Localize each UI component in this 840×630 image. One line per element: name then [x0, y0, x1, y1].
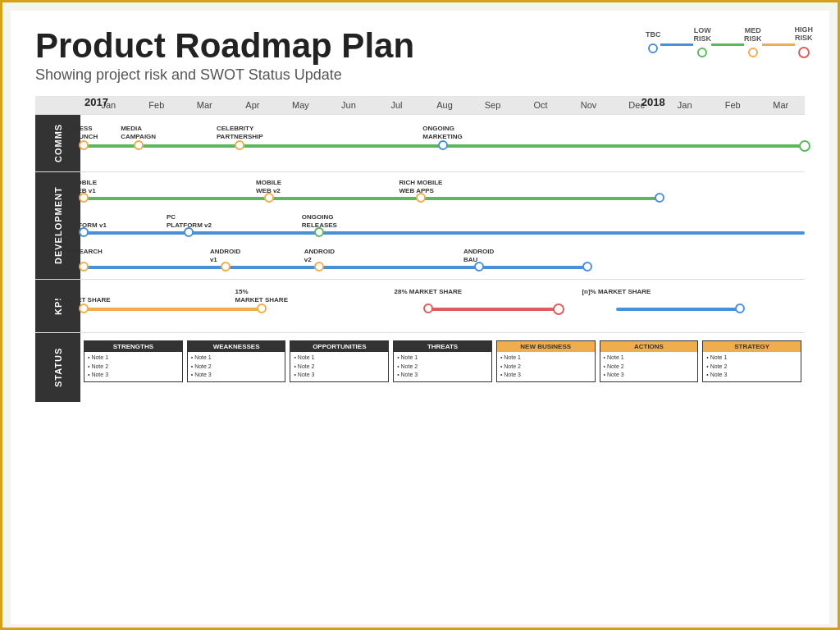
kpi-dot-1 [79, 304, 89, 313]
comms-content: PRESSLAUNCH MEDIACAMPAIGN CELEBRITYPARTN… [80, 115, 805, 171]
month-cell-6: Jul [372, 100, 421, 110]
development-content: MOBILEWEB v1 MOBILEWEB v2 RICH MOBILEWEB… [80, 172, 805, 279]
comms-label: COMMS [35, 115, 80, 171]
legend-highrisk-dot [798, 47, 810, 58]
swot-body-4: Note 1Note 2Note 3 [497, 352, 595, 381]
swot-header-4: NEW BUSINESS [497, 341, 595, 352]
swot-note: Note 1 [397, 354, 488, 363]
dev-label-2c: ONGOINGRELEASES [302, 213, 337, 229]
swot-note: Note 2 [604, 363, 695, 372]
sections-wrapper: COMMS PRESSLAUNCH MEDIACAMPAIGN CELEBRIT… [35, 114, 805, 402]
swot-note: Note 2 [294, 363, 385, 372]
dev-bar-1 [80, 197, 660, 200]
swot-body-0: Note 1Note 2Note 3 [84, 352, 182, 381]
dev-label-2b: PCPLATFORM v2 [167, 213, 212, 229]
swot-note: Note 1 [604, 354, 695, 363]
swot-header-2: OPPORTUNITIES [290, 341, 388, 352]
legend-line-1 [660, 43, 693, 46]
swot-note: Note 1 [294, 354, 385, 363]
legend: TBC LOWRISK MEDRISK HIGHRISK [646, 25, 813, 58]
status-section: STATUS STRENGTHSNote 1Note 2Note 3WEAKNE… [35, 332, 805, 402]
swot-note: Note 1 [88, 354, 179, 363]
swot-grid: STRENGTHSNote 1Note 2Note 3WEAKNESSESNot… [84, 337, 801, 386]
dev-label-1a: MOBILEWEB v1 [71, 179, 97, 194]
swot-note: Note 3 [191, 371, 282, 380]
swot-note: Note 2 [88, 363, 179, 372]
month-cell-13: Feb [709, 100, 757, 110]
swot-note: Note 3 [500, 371, 591, 380]
dev-label-3a: RESEARCH [66, 248, 103, 256]
swot-note: Note 3 [604, 371, 695, 380]
swot-note: Note 1 [706, 354, 797, 363]
legend-highrisk-label: HIGHRISK [795, 25, 814, 42]
swot-note: Note 2 [191, 363, 282, 372]
comms-dot-end [799, 140, 810, 152]
legend-lowrisk-dot [697, 48, 707, 57]
comms-dot-1 [79, 140, 89, 150]
month-cell-2: Mar [180, 100, 229, 110]
swot-note: Note 1 [500, 354, 591, 363]
month-cell-4: May [276, 100, 325, 110]
swot-card-5: ACTIONSNote 1Note 2Note 3 [600, 340, 699, 382]
development-section: DEVELOPMENT MOBILEWEB v1 MOBILEWEB v2 RI… [35, 171, 805, 279]
dev-label-2a: PCPLATFORM v1 [62, 213, 107, 229]
swot-card-6: STRATEGYNote 1Note 2Note 3 [702, 340, 801, 382]
swot-note: Note 2 [397, 363, 488, 372]
timeline: 2017 2018 JanFebMarAprMayJunJulAugSepOct… [35, 96, 805, 114]
dev-label-3d: ANDROIDBAU [463, 248, 494, 263]
status-label: STATUS [35, 333, 80, 402]
swot-card-3: THREATSNote 1Note 2Note 3 [393, 340, 492, 382]
dev-dot-1d [655, 193, 664, 203]
swot-note: Note 3 [294, 371, 385, 380]
kpi-dot-5 [735, 304, 745, 313]
legend-line-3 [762, 43, 795, 46]
comms-dot-2 [134, 140, 144, 150]
kpi-bar-1 [80, 308, 262, 311]
month-cell-3: Apr [229, 100, 277, 110]
comms-dot-4 [438, 140, 448, 150]
swot-note: Note 2 [500, 363, 591, 372]
dev-bar-3 [80, 266, 587, 269]
swot-note: Note 3 [397, 371, 488, 380]
swot-note: Note 3 [88, 371, 179, 380]
kpi-dot-3 [423, 304, 433, 313]
kpi-dot-2 [257, 304, 267, 313]
dev-label-1c: RICH MOBILEWEB APPS [399, 179, 443, 194]
swot-note: Note 3 [706, 371, 797, 380]
month-cell-9: Oct [517, 100, 565, 110]
page: Product Roadmap Plan Showing project ris… [11, 11, 829, 624]
month-cell-7: Aug [421, 100, 469, 110]
swot-header-1: WEAKNESSES [188, 341, 285, 352]
month-cell-8: Sep [468, 100, 517, 110]
kpi-label-1: 5%MARKET SHARE [57, 288, 110, 304]
month-row: JanFebMarAprMayJunJulAugSepOctNovDecJanF… [35, 96, 805, 114]
kpi-content: 5%MARKET SHARE 15%MARKET SHARE 28% MARKE… [80, 280, 805, 332]
year-2017-label: 2017 [84, 96, 108, 108]
dev-label-1b: MOBILEWEB v2 [256, 179, 281, 194]
comms-section: COMMS PRESSLAUNCH MEDIACAMPAIGN CELEBRIT… [35, 114, 805, 171]
swot-header-6: STRATEGY [703, 341, 801, 352]
status-content: STRENGTHSNote 1Note 2Note 3WEAKNESSESNot… [80, 333, 805, 402]
swot-body-3: Note 1Note 2Note 3 [394, 352, 491, 381]
swot-card-2: OPPORTUNITIESNote 1Note 2Note 3 [290, 340, 389, 382]
swot-body-2: Note 1Note 2Note 3 [290, 352, 388, 381]
legend-tbc-label: TBC [646, 30, 661, 39]
kpi-label-4: [n]% MARKET SHARE [582, 288, 651, 296]
kpi-section: KPI 5%MARKET SHARE 15%MARKET SHARE 28% M… [35, 279, 805, 332]
month-cell-1: Feb [133, 100, 181, 110]
dev-label-3b: ANDROIDv1 [210, 248, 240, 263]
legend-lowrisk-label: LOWRISK [693, 26, 711, 43]
month-cell-12: Jan [660, 100, 709, 110]
legend-tbc-dot [648, 43, 658, 53]
swot-card-0: STRENGTHSNote 1Note 2Note 3 [84, 340, 183, 382]
swot-body-6: Note 1Note 2Note 3 [703, 352, 801, 381]
year-2018-label: 2018 [641, 96, 665, 108]
comms-label-4: ONGOINGMARKETING [422, 125, 462, 140]
comms-dot-3 [235, 140, 244, 150]
swot-note: Note 2 [706, 363, 797, 372]
kpi-dot-4 [553, 304, 564, 315]
page-subtitle: Showing project risk and SWOT Status Upd… [35, 66, 805, 84]
month-cell-5: Jun [325, 100, 373, 110]
swot-body-5: Note 1Note 2Note 3 [600, 352, 698, 381]
swot-header-0: STRENGTHS [84, 341, 182, 352]
